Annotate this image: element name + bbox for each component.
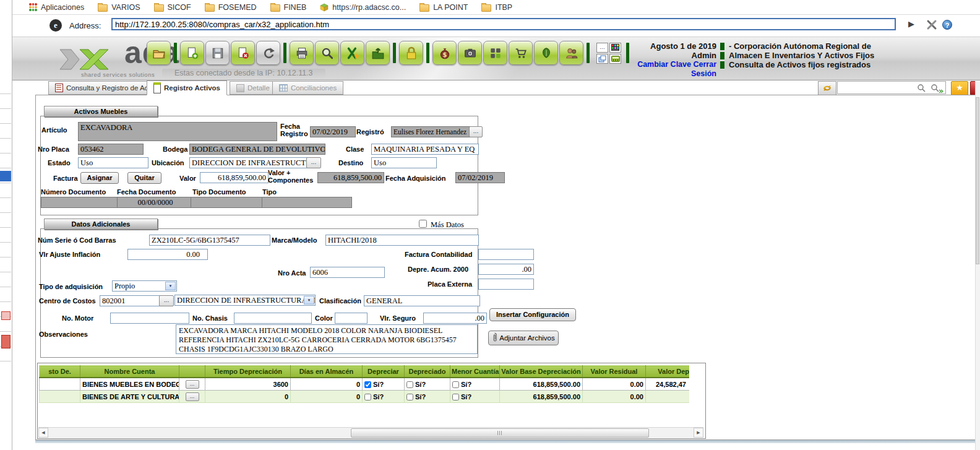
col-depreciar[interactable]: Depreciar bbox=[363, 366, 405, 378]
undo-icon[interactable] bbox=[256, 41, 280, 65]
scrollbar-thumb[interactable] bbox=[351, 428, 649, 438]
camera-icon[interactable] bbox=[458, 41, 482, 65]
col-valor-residual[interactable]: Valor Residual bbox=[583, 366, 646, 378]
ubicacion-field[interactable]: DIRECCION DE INFRAESTRUCTU bbox=[189, 157, 307, 168]
col-tiempo-depreciacion[interactable]: Tiempo Depreciación bbox=[205, 366, 291, 378]
centro-costos-select[interactable]: DIRECCION DE INFRAESTRUCTURA AM▼ bbox=[174, 295, 316, 306]
address-input[interactable] bbox=[111, 18, 896, 30]
bookmark-adacsc[interactable]: https://rp.adacsc.co... bbox=[313, 3, 413, 12]
color-field[interactable] bbox=[335, 313, 368, 324]
chevron-down-icon[interactable]: ▼ bbox=[165, 282, 176, 290]
bookmark-itbp[interactable]: ITBP bbox=[475, 3, 519, 12]
depreciar-checkbox[interactable] bbox=[364, 381, 371, 388]
scroll-left-arrow[interactable]: ◀ bbox=[38, 428, 48, 438]
marca-modelo-field[interactable]: HITACHI/2018 bbox=[325, 235, 479, 246]
mas-datos-checkbox[interactable] bbox=[419, 220, 427, 228]
ubicacion-lookup-button[interactable]: ... bbox=[306, 157, 321, 168]
table-row[interactable]: BIENES DE ARTE Y CULTURA ... 0 0 Sí? Sí?… bbox=[40, 391, 690, 403]
vlr-ajuste-field[interactable]: 0.00 bbox=[127, 249, 208, 260]
more-options-icon[interactable]: … bbox=[596, 43, 608, 53]
search-icon[interactable] bbox=[917, 84, 926, 93]
col-dias-almacen[interactable]: Días en Almacén bbox=[291, 366, 363, 378]
vertical-scrollbar-thumb[interactable] bbox=[976, 97, 979, 264]
insertar-configuracion-button[interactable]: Insertar Configuración bbox=[489, 308, 576, 321]
change-password-link[interactable]: Cambiar Clave bbox=[637, 60, 691, 69]
money-icon[interactable]: $ bbox=[432, 41, 457, 65]
scroll-right-arrow[interactable]: ▶ bbox=[694, 428, 703, 438]
bookmark-lapoint[interactable]: LA POINT bbox=[413, 3, 475, 12]
clase-field[interactable]: MAQUINARIA PESADA Y EQ bbox=[371, 144, 479, 155]
clasificacion-field[interactable]: GENERAL bbox=[364, 295, 480, 306]
menor-cuantia-checkbox[interactable] bbox=[452, 394, 459, 400]
go-arrow-icon[interactable]: ▶ bbox=[908, 19, 914, 28]
bookmark-apps[interactable]: Aplicaciones bbox=[22, 3, 91, 12]
tab-conciliaciones[interactable]: Conciliaciones bbox=[272, 81, 343, 95]
num-serie-field[interactable]: ZX210LC-5G/6BG1375457 bbox=[149, 235, 270, 246]
destino-field[interactable]: Uso bbox=[371, 157, 437, 168]
centro-costos-lookup-button[interactable]: ... bbox=[159, 295, 174, 306]
no-motor-field[interactable] bbox=[110, 313, 189, 324]
depreciado-checkbox[interactable] bbox=[406, 381, 413, 388]
table-row[interactable]: BIENES MUEBLES EN BODEGA ... 3600 0 Sí? … bbox=[40, 378, 690, 391]
nro-placa-field: 053462 bbox=[78, 144, 144, 155]
cart-icon[interactable] bbox=[509, 41, 533, 65]
row-lookup-button[interactable]: ... bbox=[186, 392, 199, 401]
factura-contabilidad-field[interactable] bbox=[478, 249, 534, 260]
observaciones-field[interactable]: EXCAVADORA MARCA HITACHI MODELO 2018 COL… bbox=[176, 324, 478, 354]
col-depreciado[interactable]: Depreciado bbox=[405, 366, 450, 378]
help-icon[interactable]: ? bbox=[942, 20, 952, 30]
col-nombre-cuenta[interactable]: Nombre Cuenta bbox=[80, 366, 179, 378]
registro-lookup-button[interactable]: ... bbox=[469, 126, 483, 137]
horizontal-scrollbar[interactable]: ◀ ▶ bbox=[38, 427, 703, 438]
users-icon[interactable] bbox=[559, 41, 583, 65]
col-menor-cuantia[interactable]: Menor Cuantía bbox=[450, 366, 500, 378]
tab-detalle[interactable]: Detalle bbox=[230, 81, 277, 95]
col-valor-depreciacion[interactable]: Valor Depreci bbox=[646, 366, 690, 378]
tab-registro-activos[interactable]: Registro Activos bbox=[147, 80, 227, 95]
chevron-down-icon[interactable]: ▼ bbox=[304, 296, 314, 305]
centro-costos-code-field[interactable]: 802001 bbox=[100, 295, 160, 306]
nro-acta-field[interactable]: 6006 bbox=[310, 267, 385, 278]
adjuntar-archivos-button[interactable]: Adjuntar Archivos bbox=[488, 331, 559, 345]
depreciar-checkbox[interactable] bbox=[364, 394, 371, 400]
eco-hand-icon[interactable] bbox=[534, 41, 558, 65]
address-bar: e Address: ▶ ? bbox=[12, 15, 980, 37]
favorite-button[interactable]: ★ bbox=[951, 81, 968, 95]
col-valor-base[interactable]: Valor Base Depreciación bbox=[500, 366, 583, 378]
valor-field[interactable]: 618,859,500.00 bbox=[200, 172, 269, 183]
bookmark-fineb[interactable]: FINEB bbox=[264, 3, 314, 12]
bookmark-sicof[interactable]: SICOF bbox=[147, 3, 198, 12]
placa-externa-field[interactable] bbox=[478, 279, 534, 290]
bookmark-varios[interactable]: VARIOS bbox=[91, 3, 147, 12]
row-lookup-button[interactable]: ... bbox=[186, 380, 199, 389]
modules-grid-icon[interactable] bbox=[483, 41, 507, 65]
print-icon[interactable] bbox=[290, 41, 314, 65]
search-icon[interactable] bbox=[315, 41, 339, 65]
quitar-button[interactable]: Quitar bbox=[127, 172, 161, 184]
tools-icon[interactable] bbox=[926, 19, 938, 31]
search-next-icon[interactable] bbox=[931, 84, 944, 93]
asignar-button[interactable]: Asignar bbox=[80, 172, 119, 184]
refresh-button[interactable] bbox=[818, 81, 836, 95]
vertical-scrollbar[interactable] bbox=[975, 81, 980, 450]
quick-search-input[interactable] bbox=[839, 83, 916, 93]
lock-icon[interactable] bbox=[399, 41, 423, 65]
col-gasto-de[interactable]: sto De. bbox=[40, 366, 80, 378]
tipo-adquisicion-select[interactable]: Propio▼ bbox=[112, 280, 177, 292]
depre-acum-field[interactable]: .00 bbox=[478, 264, 534, 275]
new-document-icon[interactable] bbox=[180, 41, 204, 65]
save-icon[interactable] bbox=[205, 41, 230, 65]
import-folder-icon[interactable] bbox=[366, 41, 390, 65]
depreciado-checkbox[interactable] bbox=[406, 394, 413, 400]
export-excel-icon[interactable] bbox=[340, 41, 364, 65]
estado-field[interactable]: Uso bbox=[78, 157, 148, 168]
menor-cuantia-checkbox[interactable] bbox=[452, 381, 459, 388]
vlr-seguro-field[interactable]: .00 bbox=[423, 313, 487, 324]
open-folder-icon[interactable] bbox=[147, 41, 171, 65]
logout-link[interactable]: Cerrar Sesión bbox=[691, 60, 716, 78]
cell-tiempo: 0 bbox=[205, 391, 291, 403]
bookmark-fosemed[interactable]: FOSEMED bbox=[198, 3, 264, 12]
delete-document-icon[interactable] bbox=[231, 41, 255, 65]
no-chasis-field[interactable] bbox=[234, 313, 312, 324]
copy-pages-icon[interactable] bbox=[596, 54, 608, 64]
